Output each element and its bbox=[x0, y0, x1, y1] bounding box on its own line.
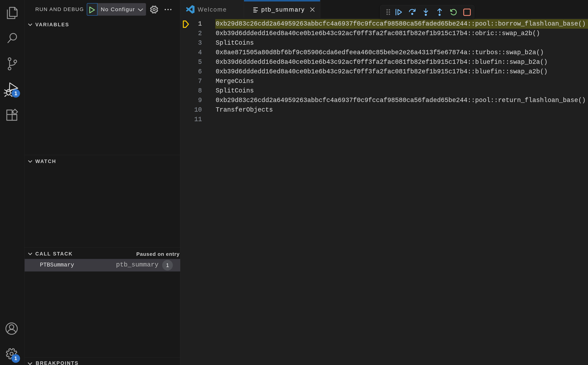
svg-text:1: 1 bbox=[14, 91, 17, 96]
